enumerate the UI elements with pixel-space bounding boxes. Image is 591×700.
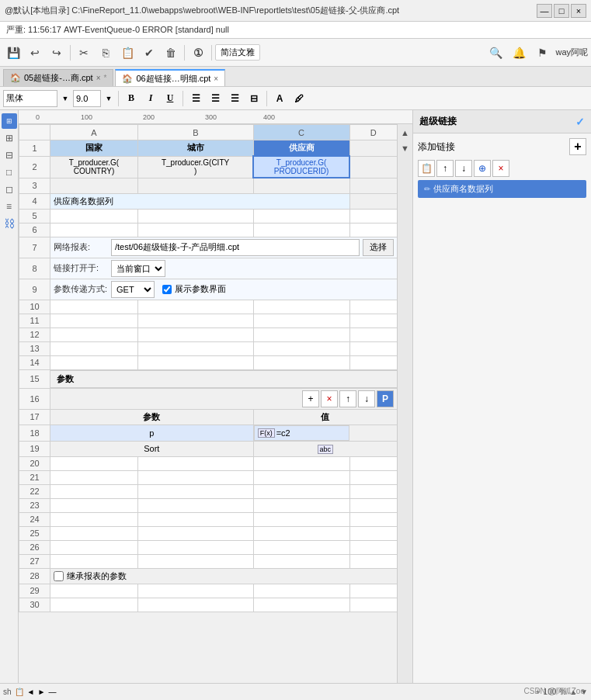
toolbar-check[interactable]: ✔	[139, 43, 159, 63]
tabs-bar: 🏠 05超链接-…商.cpt × * 🏠 06超链接…明细.cpt ×	[0, 67, 591, 87]
toolbar-copy[interactable]: ⎘	[96, 43, 116, 63]
open-select[interactable]: 当前窗口 新窗口 弹出窗口	[111, 260, 165, 277]
param-sort-val[interactable]: abc	[253, 441, 397, 456]
toolbar-redo[interactable]: ↪	[47, 43, 67, 63]
add-link-button[interactable]: +	[569, 138, 586, 155]
params-down-button[interactable]: ↓	[358, 390, 375, 407]
close-button[interactable]: ×	[571, 4, 586, 18]
hyperlink-item[interactable]: ✏ 供应商名数据列	[418, 180, 586, 198]
watermark: CSDN @阿呱Zoe	[524, 686, 586, 697]
hl-copy-button[interactable]: 📋	[418, 160, 435, 177]
confirm-icon[interactable]: ✓	[575, 116, 585, 128]
minimize-button[interactable]: —	[537, 4, 552, 18]
fmt-sep-2	[183, 91, 183, 106]
cell-2C[interactable]: T_producer.G(PRODUCERID)	[253, 156, 349, 178]
font-size-input[interactable]	[73, 90, 101, 107]
cell-3C[interactable]	[253, 178, 349, 193]
table-row: 10	[19, 300, 398, 314]
params-up-button[interactable]: ↑	[339, 390, 356, 407]
color-button[interactable]: A	[271, 90, 288, 107]
toolbar-undo[interactable]: ↩	[25, 43, 45, 63]
show-param-checkbox[interactable]	[162, 285, 172, 294]
title-bar: @默认[本地目录] C:\FineReport_11.0\webapps\web…	[0, 0, 591, 22]
cell-3D[interactable]	[349, 178, 397, 193]
tab-detail-close[interactable]: ×	[214, 75, 218, 83]
align-right-button[interactable]: ☰	[226, 90, 243, 107]
params-delete-button[interactable]: ×	[321, 390, 338, 407]
align-left-button[interactable]: ☰	[187, 90, 204, 107]
highlight-button[interactable]: 🖊	[290, 90, 308, 107]
align-center-button[interactable]: ☰	[207, 90, 224, 107]
side-down-icon[interactable]: ▼	[398, 141, 412, 155]
bottom-bar: sh 📋 ◄ ► — + 100 % ▲ ▼	[0, 683, 591, 700]
cell-7-config: 网络报表: 选择	[50, 237, 398, 258]
flag-button[interactable]: ⚑	[532, 43, 552, 63]
left-icon-report[interactable]: ⊞	[2, 113, 17, 129]
left-icon-chain[interactable]: ⛓	[2, 216, 17, 231]
cell-2A[interactable]: T_producer.G(COUNTRY)	[50, 156, 138, 178]
cell-4D[interactable]	[349, 193, 397, 209]
align-justify-button[interactable]: ⊟	[245, 90, 262, 107]
hyperlink-title: 超级链接	[419, 115, 457, 128]
toolbar-num[interactable]: ①	[188, 43, 208, 63]
left-icon-grid1[interactable]: ⊞	[2, 130, 17, 146]
ruler-200: 200	[143, 113, 155, 121]
search-button[interactable]: 🔍	[485, 43, 506, 63]
left-icon-grid2[interactable]: ⊟	[2, 147, 17, 163]
cell-2D[interactable]	[349, 156, 397, 178]
param-p-name[interactable]: p	[50, 425, 254, 441]
cell-1A[interactable]: 国家	[50, 140, 138, 157]
params-p-button[interactable]: P	[377, 390, 394, 407]
sheet-prev-button[interactable]: ◄	[27, 688, 35, 696]
toolbar-paste[interactable]: 📋	[117, 43, 137, 63]
bold-button[interactable]: B	[123, 90, 140, 107]
font-name-dropdown[interactable]: ▼	[60, 90, 71, 107]
left-icon-square[interactable]: □	[2, 165, 17, 180]
cell-1C[interactable]: 供应商	[253, 140, 349, 157]
table-row: 1 国家 城市 供应商	[19, 140, 398, 157]
tab-detail[interactable]: 🏠 06超链接…明细.cpt ×	[115, 69, 225, 86]
param-method-select[interactable]: GET POST	[111, 281, 155, 298]
cell-3A[interactable]	[50, 178, 138, 193]
table-row: 23	[19, 498, 398, 512]
hl-up-button[interactable]: ↑	[436, 160, 454, 177]
param-p-val-text: =c2	[276, 428, 290, 438]
hl-add-btn2[interactable]: ⊕	[474, 160, 491, 177]
select-button[interactable]: 选择	[363, 239, 394, 256]
toolbar-save[interactable]: 💾	[3, 43, 23, 63]
cell-1B[interactable]: 城市	[137, 140, 253, 157]
sheet-next-button[interactable]: ►	[37, 688, 45, 696]
cell-9-config: 参数传递方式: GET POST 展示参数界面	[50, 279, 398, 300]
style-badge: 简洁文雅	[215, 44, 260, 61]
toolbar-cut[interactable]: ✂	[74, 43, 94, 63]
sheet-add-button[interactable]: —	[48, 688, 56, 696]
toolbar-delete[interactable]: 🗑	[161, 43, 181, 63]
param-sort-name[interactable]: Sort	[50, 441, 254, 456]
hl-down-button[interactable]: ↓	[455, 160, 472, 177]
left-icon-lines[interactable]: ≡	[2, 199, 17, 214]
toolbar-sep-3	[211, 45, 212, 61]
params-add-button[interactable]: +	[302, 390, 319, 407]
param-p-val[interactable]: F(x) =c2	[254, 425, 349, 441]
cell-2B[interactable]: T_producer.G(CITY)	[137, 156, 253, 178]
network-input[interactable]	[111, 239, 360, 256]
hl-delete-button[interactable]: ×	[492, 160, 509, 177]
italic-button[interactable]: I	[142, 90, 159, 107]
params-col-param: 参数	[50, 409, 254, 425]
cell-1D[interactable]	[349, 140, 397, 157]
font-name-input[interactable]	[3, 90, 57, 107]
cell-3B[interactable]	[137, 178, 253, 193]
tab-supplier-close[interactable]: ×	[96, 74, 101, 82]
side-up-icon[interactable]: ▲	[398, 126, 412, 140]
tab-supplier[interactable]: 🏠 05超链接-…商.cpt × *	[3, 69, 113, 86]
tab-detail-icon: 🏠	[122, 74, 133, 84]
cell-4A[interactable]: 供应商名数据列	[50, 193, 350, 209]
underline-button[interactable]: U	[162, 90, 179, 107]
spreadsheet[interactable]: A B C D 1 国家 城市 供	[19, 124, 397, 683]
left-icon-circle[interactable]: ◻	[2, 182, 17, 197]
maximize-button[interactable]: □	[554, 4, 569, 18]
inherit-checkbox[interactable]	[54, 571, 64, 581]
font-size-dropdown[interactable]: ▼	[103, 90, 114, 107]
sheet-settings-button[interactable]: 📋	[15, 688, 24, 696]
notify-button[interactable]: 🔔	[509, 43, 529, 63]
